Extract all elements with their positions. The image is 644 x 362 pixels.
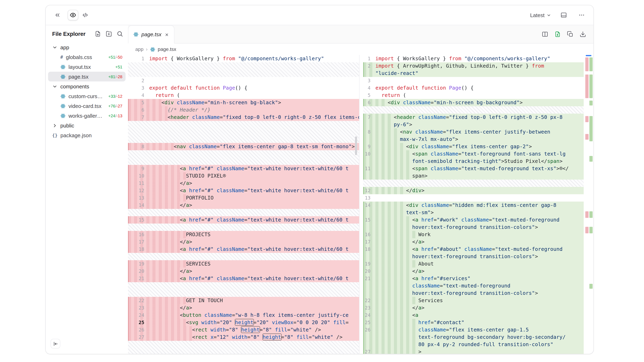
minimap-mark [585,134,588,140]
folder-item-components[interactable]: components [48,81,126,91]
code-line-18: 18 <a href="#" className="text-white hov… [128,246,359,253]
code-text: className="text-muted-foreground [376,282,584,290]
file-diff-icon[interactable] [554,31,561,37]
diff-filler [128,341,359,354]
diff-filler [128,121,359,143]
code-text: STUDIO PIXEL® [149,172,359,180]
collapse-sidebar-button[interactable] [50,339,60,349]
code-text: return ( [149,92,359,99]
line-number: 18 [363,246,376,253]
code-text: </a> [149,202,359,209]
line-number: 4 [128,92,149,99]
folder-item-app[interactable]: app [48,42,126,52]
left-pane-scrollbar-thumb[interactable] [355,136,357,155]
minimap-mark [590,101,593,105]
code-line-wrap: hover:text-foreground transition-colors"… [363,290,584,297]
folder-item-public[interactable]: public [48,120,126,130]
diff-filler [128,224,359,231]
file-label: package.json [60,132,92,138]
file-item-video-card-tsx[interactable]: video-card.tsx+76/-27 [48,101,126,111]
line-number [363,334,376,341]
code-text: > [376,348,584,354]
code-text: Services [376,297,584,304]
line-number: 11 [128,180,149,187]
file-explorer: File Explorer app#globals.css+51/-50layo… [46,25,128,354]
chevrons-left-icon [54,12,61,18]
minimap-mark [590,57,593,71]
search-icon[interactable] [116,30,123,37]
more-options-button[interactable] [576,10,587,20]
breadcrumb-parent[interactable]: app [135,46,144,52]
code-text: {/* Header */} [149,106,359,114]
code-line-wrap: span> [363,172,584,180]
file-label: components [60,83,89,89]
new-folder-icon[interactable] [106,30,112,37]
line-number: 2 [363,62,376,70]
file-label: globals.css [66,54,92,60]
code-line-3: 3 [363,77,584,84]
code-text: <a href="#services" [376,275,584,282]
file-label: page.tsx [68,73,88,80]
minimap-mark [585,211,588,218]
file-item-layout-tsx[interactable]: layout.tsx+51 [48,62,126,72]
line-number [363,341,376,348]
new-file-icon[interactable] [94,30,101,37]
breadcrumb-file[interactable]: page.tsx [158,46,176,52]
minimap[interactable] [584,55,594,354]
code-line-2: 2import { ArrowUpRight, Github, Linkedin… [363,62,584,70]
file-item-globals-css[interactable]: #globals.css+51/-50 [48,52,126,62]
panel-layout-button[interactable] [558,10,569,20]
react-file-icon [60,103,66,108]
code-text [376,77,584,84]
file-item-custom-curs-[interactable]: custom-curs…+33/-12 [48,91,126,101]
file-explorer-header: File Explorer [46,25,128,41]
code-text: <rect width="8" height="8" fill="white" … [149,326,359,334]
code-toggle-button[interactable] [80,10,90,20]
version-dropdown[interactable]: Latest [530,12,551,18]
code-line-wrap: text-foreground bg-secondary hover:bg-se… [363,334,584,341]
line-number: 12 [363,187,376,194]
split-view-icon[interactable] [542,31,548,37]
code-line-13: 13 [363,194,584,202]
code-line-wrap: hover:text-foreground transition-colors"… [363,253,584,260]
line-number: 11 [363,165,376,172]
line-number [363,121,376,128]
minimap-mark [590,284,593,289]
code-text: text-foreground bg-secondary hover:bg-se… [376,334,584,341]
view-mode-toggle [68,10,90,20]
code-line-16: 16 PROJECTS [128,231,359,238]
code-line-3: 3export default function Page() { [128,84,359,92]
editor-area: page.tsx × app › page.tsx [128,25,594,354]
download-icon[interactable] [580,31,586,37]
code-line-13: 13 PORTFOLIO [128,194,359,202]
code-line-18: 18 <a href="#about" className="text-mute… [363,246,584,253]
panel-bottom-icon [560,12,567,18]
code-text: <a href="#" className="text-white hover:… [149,165,359,172]
code-line-1: 1import { WorksGallery } from "@/compone… [128,55,359,62]
line-number [363,209,376,216]
code-line-wrap: max-w-7xl mx-auto"> [363,136,584,143]
file-item-package-json[interactable]: {}package.json [48,130,126,140]
code-text: <header className="fixed top-0 left-0 ri… [149,114,359,121]
react-file-icon [60,113,66,118]
chevron-down-icon [52,44,58,50]
react-file-icon [60,74,66,79]
collapse-panel-chevrons-button[interactable] [52,10,63,20]
file-item-works-galler-[interactable]: works-galler…+24/-13 [48,111,126,120]
copy-icon[interactable] [567,31,574,37]
preview-toggle-button[interactable] [68,10,78,20]
line-number: 27 [128,334,149,341]
code-line-10: 10 STUDIO PIXEL® [128,172,359,180]
line-number: 2 [128,77,149,84]
minimap-new-column [590,55,593,354]
code-line-15: 15 <a href="#work" className="text-muted… [363,216,584,224]
diff-stat-badge: +24/-13 [108,113,122,118]
file-explorer-title: File Explorer [52,31,86,37]
line-number: 8 [363,128,376,136]
file-label: public [60,122,74,128]
tab-page-tsx[interactable]: page.tsx × [128,25,175,43]
code-text: <div className="min-h-screen bg-black"> [149,99,359,106]
file-item-page-tsx[interactable]: page.tsx+81/-28 [48,72,126,81]
code-text [376,194,584,202]
tab-close-icon[interactable]: × [164,31,169,38]
